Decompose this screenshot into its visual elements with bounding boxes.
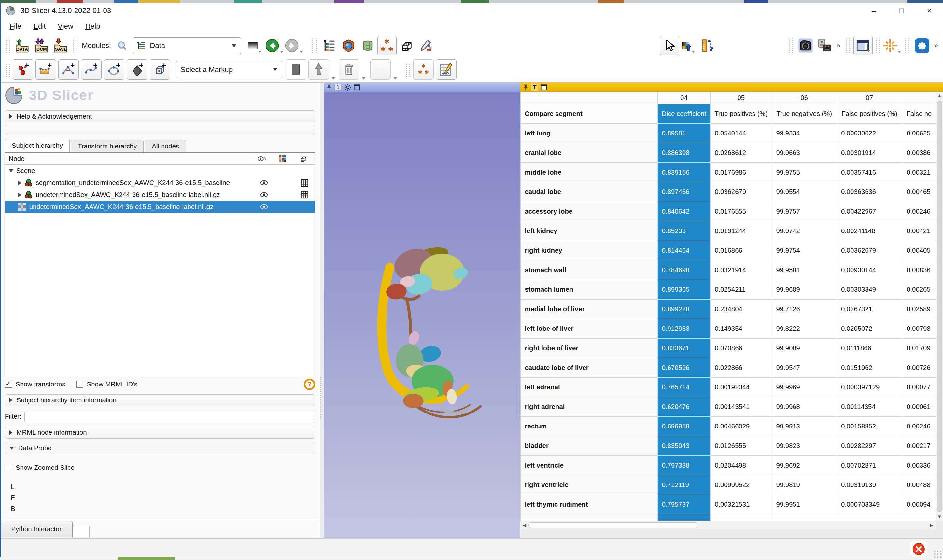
- column-header-dice[interactable]: Dice coefficient: [658, 104, 711, 123]
- markup-selector[interactable]: Select a Markup: [176, 60, 282, 78]
- point-list-button[interactable]: [13, 59, 33, 80]
- segment-name-cell[interactable]: left adrenal: [521, 378, 658, 397]
- splitter-handle[interactable]: [320, 377, 323, 419]
- toolbar-drag-handle[interactable]: [846, 38, 851, 53]
- segment-name-cell[interactable]: stomach lumen: [521, 280, 658, 300]
- segment-name-cell[interactable]: caudal lobe: [521, 182, 658, 202]
- dicom-button[interactable]: DCM: [32, 36, 51, 55]
- value-cell[interactable]: 99.9757: [772, 202, 837, 222]
- models-shortcut[interactable]: [397, 36, 416, 55]
- value-cell[interactable]: 0.00061: [902, 397, 935, 417]
- value-cell[interactable]: 99.9823: [772, 436, 837, 456]
- segment-name-cell[interactable]: right ventricle: [521, 475, 658, 495]
- help-acknowledgement-section[interactable]: Help & Acknowledgement: [5, 110, 315, 122]
- line-markup-button[interactable]: [35, 59, 56, 80]
- dice-value-cell[interactable]: 0.899365: [658, 280, 711, 300]
- segment-name-cell[interactable]: left kidney: [521, 222, 658, 241]
- value-cell[interactable]: 0.0151962: [837, 358, 902, 378]
- value-cell[interactable]: 99.9501: [772, 260, 837, 280]
- toolbar-drag-handle[interactable]: [6, 63, 10, 77]
- tab-subject-hierarchy[interactable]: Subject hierarchy: [5, 139, 70, 152]
- value-cell[interactable]: 0.0176555: [711, 202, 772, 222]
- dice-value-cell[interactable]: 0.85233: [658, 222, 711, 241]
- show-transforms-checkbox[interactable]: [5, 381, 12, 388]
- scroll-down-icon[interactable]: ▼: [937, 513, 942, 521]
- load-data-button[interactable]: DATA: [13, 36, 32, 55]
- toolbar-overflow-button[interactable]: »: [834, 42, 843, 50]
- panel-splitter[interactable]: [320, 83, 324, 538]
- value-cell[interactable]: 0.00241148: [837, 222, 902, 241]
- segment-name-cell[interactable]: left ventricle: [521, 456, 658, 475]
- dice-value-cell[interactable]: 0.835043: [658, 436, 711, 456]
- closed-curve-button[interactable]: [104, 59, 125, 80]
- dice-value-cell[interactable]: 0.886398: [658, 143, 711, 163]
- value-cell[interactable]: 0.022866: [711, 358, 772, 378]
- units-ruler-button[interactable]: [698, 36, 718, 55]
- table-vertical-scrollbar[interactable]: ▲ ▼: [936, 92, 943, 521]
- value-cell[interactable]: 0.01709: [902, 338, 935, 358]
- dice-value-cell[interactable]: 0.797388: [658, 456, 711, 475]
- value-cell[interactable]: 0.00488: [902, 475, 935, 495]
- value-cell[interactable]: 99.9554: [772, 182, 837, 202]
- value-cell[interactable]: 99.9755: [772, 163, 837, 182]
- value-cell[interactable]: 0.00726: [902, 358, 935, 378]
- value-cell[interactable]: 0.016866: [711, 241, 772, 260]
- scrollbar-thumb[interactable]: [529, 522, 697, 528]
- value-cell[interactable]: 0.0111866: [837, 338, 902, 358]
- screenshot-button[interactable]: [796, 36, 815, 55]
- filter-input[interactable]: [25, 411, 315, 423]
- column-header-tp[interactable]: True positives (%): [711, 104, 772, 123]
- splitter-handle[interactable]: [517, 377, 520, 419]
- layout-selector-button[interactable]: [854, 36, 873, 55]
- segment-editor-shortcut[interactable]: [358, 36, 377, 55]
- expanded-arrow-icon[interactable]: [9, 169, 13, 172]
- value-cell[interactable]: 0.00114354: [837, 397, 902, 417]
- value-cell[interactable]: 0.00357416: [837, 163, 902, 182]
- markups-module-button[interactable]: [413, 59, 434, 80]
- toolbar-drag-handle[interactable]: [6, 38, 10, 53]
- scroll-left-icon[interactable]: ◀: [520, 522, 529, 528]
- more-options-button[interactable]: ···: [370, 59, 391, 80]
- table-horizontal-scrollbar[interactable]: ◀ ▶: [520, 521, 936, 529]
- value-cell[interactable]: 0.0268612: [711, 143, 772, 163]
- help-icon[interactable]: ?: [304, 378, 315, 390]
- segment-name-cell[interactable]: middle lobe: [521, 163, 658, 182]
- segment-name-cell[interactable]: right thymic rudiment: [521, 514, 658, 521]
- toolbar-drag-handle[interactable]: [73, 38, 77, 53]
- value-cell[interactable]: 99.9913: [772, 417, 837, 436]
- threed-viewport[interactable]: [324, 92, 520, 538]
- markups-module-shortcut[interactable]: [377, 36, 397, 55]
- segment-name-cell[interactable]: caudate lobe of liver: [521, 358, 658, 378]
- scrollbar-thumb[interactable]: [937, 101, 942, 512]
- maximize-view-icon[interactable]: [540, 84, 547, 90]
- dice-value-cell[interactable]: 0.696959: [658, 417, 711, 436]
- tree-row-scene[interactable]: Scene: [5, 165, 315, 177]
- dice-value-cell[interactable]: 0.833671: [658, 338, 711, 358]
- value-cell[interactable]: 0.0254211: [711, 280, 772, 300]
- dice-value-cell[interactable]: 0.670596: [658, 358, 711, 378]
- module-history-button[interactable]: [246, 36, 265, 55]
- item-information-section[interactable]: Subject hierarchy item information: [5, 394, 315, 406]
- value-cell[interactable]: 0.00999522: [711, 475, 772, 495]
- collapsed-arrow-icon[interactable]: [18, 181, 21, 185]
- annotations-shortcut[interactable]: [416, 36, 435, 55]
- back-button[interactable]: [265, 36, 285, 55]
- value-cell[interactable]: 99.9547: [772, 358, 837, 378]
- place-markup-button[interactable]: [308, 59, 329, 80]
- value-cell[interactable]: 0.0204498: [711, 456, 772, 475]
- value-cell[interactable]: 0.00386: [902, 143, 935, 163]
- value-cell[interactable]: 0.00422967: [837, 202, 902, 222]
- data-module-shortcut[interactable]: [320, 36, 338, 55]
- value-cell[interactable]: 0.00836: [902, 260, 935, 280]
- value-cell[interactable]: 0.00158852: [837, 417, 902, 436]
- open-curve-button[interactable]: [81, 59, 102, 80]
- toolbar-drag-handle[interactable]: [875, 38, 880, 53]
- toolbar-overflow-button[interactable]: »: [932, 42, 940, 50]
- segment-name-cell[interactable]: left thymic rudiment: [521, 495, 658, 514]
- value-cell[interactable]: 0.00303349: [837, 280, 902, 300]
- value-cell[interactable]: 0.0267321: [837, 300, 902, 319]
- chevron-down-icon[interactable]: [332, 77, 335, 80]
- dice-value-cell[interactable]: 0.840642: [658, 202, 711, 222]
- value-cell[interactable]: 99.8222: [772, 319, 837, 338]
- segment-name-cell[interactable]: rectum: [521, 417, 658, 436]
